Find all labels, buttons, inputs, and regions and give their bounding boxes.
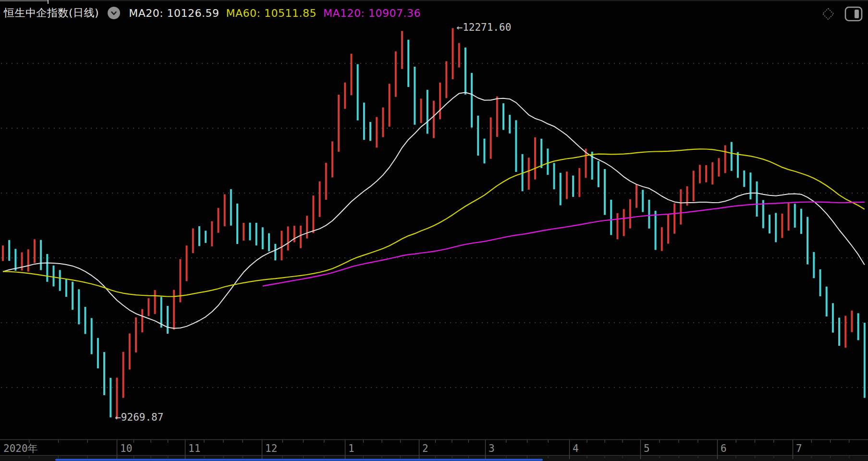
x-axis-label: 12 [265, 443, 277, 454]
high-annotation: ←12271.60 [456, 22, 511, 33]
ma60-line [3, 149, 865, 296]
x-axis-label: 3 [489, 443, 495, 454]
x-axis-label: 10 [120, 443, 132, 454]
price-chart-canvas[interactable]: ←12271.60←9269.872020年1011121234567 [0, 0, 868, 461]
x-axis-label: 1 [348, 443, 355, 454]
x-axis[interactable]: 2020年1011121234567 [0, 440, 868, 456]
low-annotation: ←9269.87 [115, 412, 163, 423]
x-axis-label: 6 [721, 443, 727, 454]
x-axis-label: 11 [188, 443, 200, 454]
price-bars [2, 28, 866, 419]
h-scrollbar-thumb[interactable] [55, 459, 543, 461]
ma120-line [263, 202, 865, 286]
x-axis-label: 4 [573, 443, 579, 454]
stock-chart-window: 恒生中企指数(日线) MA20: 10126.59 MA60: 10511.85… [0, 0, 868, 461]
x-axis-label: 5 [644, 443, 650, 454]
x-axis-label: 2020年 [3, 443, 38, 454]
x-axis-label: 7 [796, 443, 802, 454]
bottom-strip [0, 456, 868, 461]
x-axis-label: 2 [422, 443, 428, 454]
